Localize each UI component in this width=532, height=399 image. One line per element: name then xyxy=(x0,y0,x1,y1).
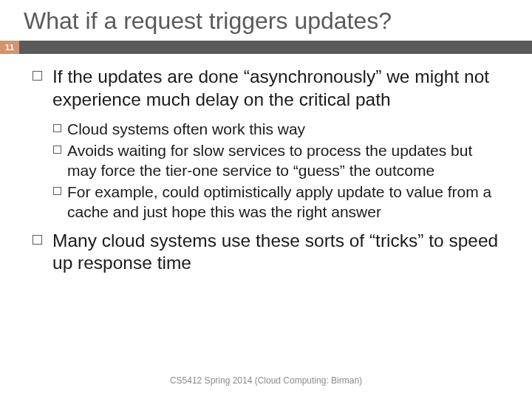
title-area: What if a request triggers updates? xyxy=(0,0,532,41)
sub-bullet-text: Avoids waiting for slow services to proc… xyxy=(67,141,499,181)
sub-bullet-text: For example, could optimistically apply … xyxy=(67,183,499,222)
slide-number-bar: 11 xyxy=(0,41,532,54)
sub-bullet-item: For example, could optimistically apply … xyxy=(53,183,499,222)
slide-title: What if a request triggers updates? xyxy=(24,7,508,35)
square-bullet-icon xyxy=(33,71,42,81)
bullet-text: If the updates are done “asynchronously”… xyxy=(52,66,499,111)
square-bullet-icon xyxy=(53,124,61,132)
sub-bullet-item: Cloud systems often work this way xyxy=(53,120,499,140)
square-bullet-icon xyxy=(53,146,61,154)
bullet-item: If the updates are done “asynchronously”… xyxy=(33,66,499,111)
sub-bullet-item: Avoids waiting for slow services to proc… xyxy=(53,141,499,181)
square-bullet-icon xyxy=(53,187,61,195)
slide-footer: CS5412 Spring 2014 (Cloud Computing: Bir… xyxy=(0,375,532,386)
slide-number-badge: 11 xyxy=(0,41,19,54)
divider-bar xyxy=(19,41,532,54)
content-area: If the updates are done “asynchronously”… xyxy=(0,66,532,275)
bullet-item: Many cloud systems use these sorts of “t… xyxy=(33,230,499,275)
bullet-text: Many cloud systems use these sorts of “t… xyxy=(52,230,499,275)
sub-bullet-text: Cloud systems often work this way xyxy=(67,120,305,140)
sub-bullet-list: Cloud systems often work this way Avoids… xyxy=(33,120,499,222)
square-bullet-icon xyxy=(33,235,42,245)
